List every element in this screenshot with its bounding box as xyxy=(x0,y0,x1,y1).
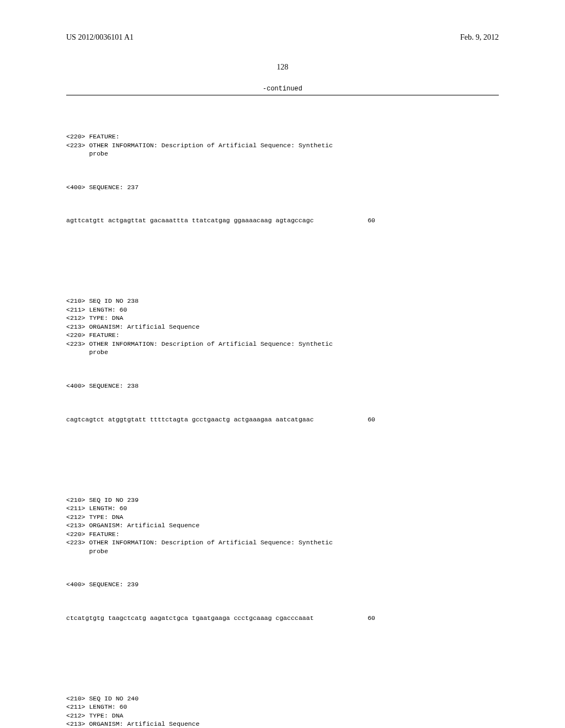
feature-line: <220> FEATURE: xyxy=(66,331,120,339)
publication-number: US 2012/0036101 A1 xyxy=(66,33,134,42)
organism-line: <213> ORGANISM: Artificial Sequence xyxy=(66,522,200,529)
position: 60 xyxy=(367,614,375,623)
sequence-line: agttcatgtt actgagttat gacaaattta ttatcat… xyxy=(66,216,375,225)
position: 60 xyxy=(367,415,375,424)
length-line: <211> LENGTH: 60 xyxy=(66,505,127,512)
other-info-line-a: <223> OTHER INFORMATION: Description of … xyxy=(66,340,333,347)
organism-line: <213> ORGANISM: Artificial Sequence xyxy=(66,720,200,727)
other-info-line-a: <223> OTHER INFORMATION: Description of … xyxy=(66,539,333,546)
entry-header: <210> SEQ ID NO 240 <211> LENGTH: 60 <21… xyxy=(66,694,499,728)
other-info-line-b: probe xyxy=(66,150,108,157)
entry-header: <220> FEATURE: <223> OTHER INFORMATION: … xyxy=(66,132,499,158)
page-header: US 2012/0036101 A1 Feb. 9, 2012 xyxy=(66,33,499,42)
page-number: 128 xyxy=(66,63,499,72)
entry-header: <210> SEQ ID NO 239 <211> LENGTH: 60 <21… xyxy=(66,496,499,556)
organism-line: <213> ORGANISM: Artificial Sequence xyxy=(66,323,200,330)
other-info-line-a: <223> OTHER INFORMATION: Description of … xyxy=(66,142,333,149)
feature-line: <220> FEATURE: xyxy=(66,133,120,140)
sequence-text: ctcatgtgtg taagctcatg aagatctgca tgaatga… xyxy=(66,614,314,623)
sequence-line: ctcatgtgtg taagctcatg aagatctgca tgaatga… xyxy=(66,614,375,623)
patent-page: US 2012/0036101 A1 Feb. 9, 2012 128 -con… xyxy=(0,0,565,728)
length-line: <211> LENGTH: 60 xyxy=(66,703,127,710)
feature-line: <220> FEATURE: xyxy=(66,531,120,538)
sequence-label: <400> SEQUENCE: 238 xyxy=(66,382,499,390)
sequence-text: cagtcagtct atggtgtatt ttttctagta gcctgaa… xyxy=(66,415,314,424)
rule-top xyxy=(66,95,499,95)
entry-237: <220> FEATURE: <223> OTHER INFORMATION: … xyxy=(66,115,499,242)
length-line: <211> LENGTH: 60 xyxy=(66,306,127,313)
sequence-label: <400> SEQUENCE: 239 xyxy=(66,580,499,589)
other-info-line-b: probe xyxy=(66,349,108,356)
type-line: <212> TYPE: DNA xyxy=(66,712,124,719)
entry-240: <210> SEQ ID NO 240 <211> LENGTH: 60 <21… xyxy=(66,677,499,728)
entry-239: <210> SEQ ID NO 239 <211> LENGTH: 60 <21… xyxy=(66,479,499,640)
other-info-line-b: probe xyxy=(66,548,108,555)
sequence-line: cagtcagtct atggtgtatt ttttctagta gcctgaa… xyxy=(66,415,375,424)
type-line: <212> TYPE: DNA xyxy=(66,314,124,322)
sequence-listing: <220> FEATURE: <223> OTHER INFORMATION: … xyxy=(66,98,499,728)
sequence-label: <400> SEQUENCE: 237 xyxy=(66,183,499,192)
seq-id-line: <210> SEQ ID NO 238 xyxy=(66,297,138,304)
entry-238: <210> SEQ ID NO 238 <211> LENGTH: 60 <21… xyxy=(66,280,499,441)
sequence-text: agttcatgtt actgagttat gacaaattta ttatcat… xyxy=(66,216,314,225)
entry-header: <210> SEQ ID NO 238 <211> LENGTH: 60 <21… xyxy=(66,297,499,357)
seq-id-line: <210> SEQ ID NO 240 xyxy=(66,695,138,702)
position: 60 xyxy=(367,216,375,225)
type-line: <212> TYPE: DNA xyxy=(66,513,124,521)
continued-label: -continued xyxy=(66,85,499,95)
publication-date: Feb. 9, 2012 xyxy=(460,33,499,42)
seq-id-line: <210> SEQ ID NO 239 xyxy=(66,496,138,504)
